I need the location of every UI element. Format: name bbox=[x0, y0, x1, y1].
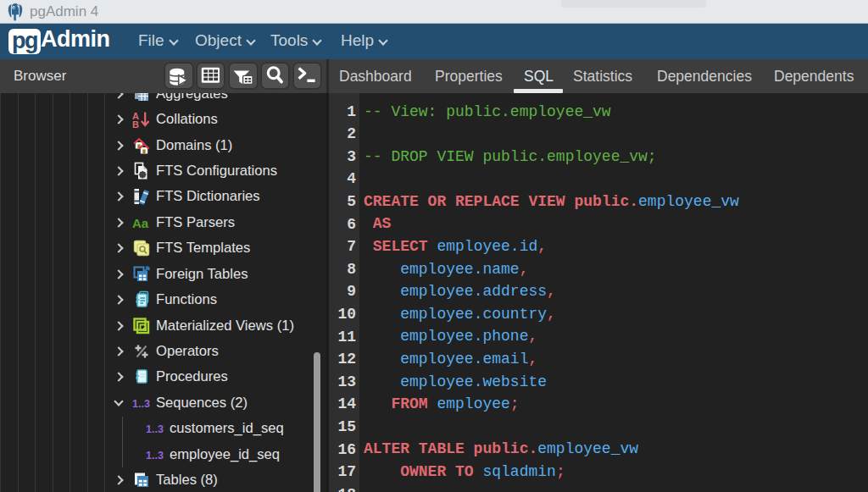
svg-text:B: B bbox=[132, 119, 139, 129]
svg-text:1..3: 1..3 bbox=[146, 423, 164, 435]
svg-text:1..3: 1..3 bbox=[132, 397, 150, 409]
svg-text:1..3: 1..3 bbox=[146, 449, 164, 461]
svg-text:Aa: Aa bbox=[132, 215, 149, 229]
